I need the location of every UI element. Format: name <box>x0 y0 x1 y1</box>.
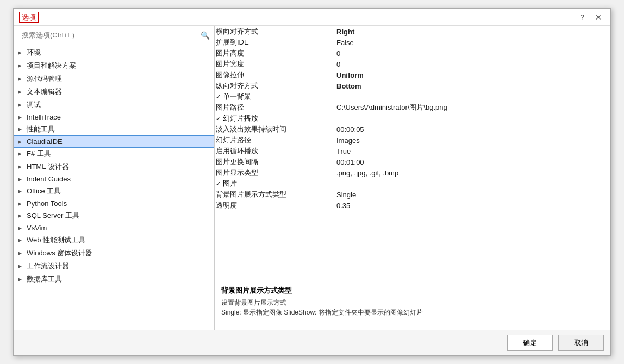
prop-name: 幻灯片路径 <box>216 135 335 145</box>
tree-item[interactable]: ▶工作流设计器 <box>14 260 214 273</box>
tree-item[interactable]: ▶ClaudiaIDE <box>14 136 214 147</box>
prop-value: False <box>336 37 447 47</box>
section-toggle[interactable]: ✓ <box>216 115 221 122</box>
prop-name: 纵向对齐方式 <box>216 81 335 91</box>
props-scroll-wrapper: 横向对齐方式Right扩展到IDEFalse图片高度0图片宽度0图像拉伸Unif… <box>215 26 610 281</box>
search-icon[interactable]: 🔍 <box>201 31 210 40</box>
tree-arrow: ▶ <box>18 201 27 206</box>
props-table: 横向对齐方式Right扩展到IDEFalse图片高度0图片宽度0图像拉伸Unif… <box>215 26 448 211</box>
prop-row: 幻灯片路径Images <box>216 135 447 145</box>
tree-arrow: ▶ <box>18 237 27 243</box>
prop-row: 图片更换间隔00:01:00 <box>216 157 447 167</box>
tree-item[interactable]: ▶F# 工具 <box>14 147 214 160</box>
confirm-button[interactable]: 确定 <box>507 335 553 351</box>
prop-name: 图片更换间隔 <box>216 157 335 167</box>
close-button[interactable]: ✕ <box>592 12 605 23</box>
tree-arrow: ▶ <box>18 76 27 81</box>
tree-item[interactable]: ▶IntelliTrace <box>14 111 214 123</box>
prop-row: 图片宽度0 <box>216 59 447 69</box>
prop-value: 00:01:00 <box>336 157 447 167</box>
tree-arrow: ▶ <box>18 50 27 55</box>
tree-arrow: ▶ <box>18 139 27 145</box>
prop-row: 图片路径C:\Users\Administrator\图片\bg.png <box>216 103 447 112</box>
tree-item[interactable]: ▶Indent Guides <box>14 173 214 185</box>
section-toggle[interactable]: ✓ <box>216 180 221 187</box>
desc-title: 背景图片展示方式类型 <box>221 286 604 296</box>
tree-item[interactable]: ▶源代码管理 <box>14 72 214 85</box>
prop-name: 图像拉伸 <box>216 70 335 80</box>
tree-arrow: ▶ <box>18 263 27 269</box>
tree-item[interactable]: ▶性能工具 <box>14 123 214 136</box>
description-area: 背景图片展示方式类型 设置背景图片展示方式 Single: 显示指定图像 Sli… <box>215 281 610 330</box>
search-input[interactable] <box>18 29 198 41</box>
section-header: ✓幻灯片播放 <box>216 114 447 123</box>
prop-value: True <box>336 146 447 156</box>
prop-name: 透明度 <box>216 200 335 210</box>
prop-row: 横向对齐方式Right <box>216 27 447 36</box>
prop-name: 横向对齐方式 <box>216 27 335 36</box>
help-button[interactable]: ? <box>577 12 588 23</box>
options-dialog: 选项 ? ✕ 🔍 ▶环境▶项目和解决方案▶源代码管理▶文本编辑器▶调试▶Inte… <box>13 8 611 356</box>
prop-value: C:\Users\Administrator\图片\bg.png <box>336 103 447 112</box>
tree-item[interactable]: ▶HTML 设计器 <box>14 160 214 173</box>
tree-item[interactable]: ▶调试 <box>14 98 214 111</box>
tree-arrow: ▶ <box>18 115 27 120</box>
prop-row: 图像拉伸Uniform <box>216 70 447 80</box>
prop-value: 0.35 <box>336 200 447 210</box>
title-actions: ? ✕ <box>577 12 605 23</box>
tree-arrow: ▶ <box>18 127 27 132</box>
tree-arrow: ▶ <box>18 250 27 256</box>
prop-row: 透明度0.35 <box>216 200 447 210</box>
left-panel: 🔍 ▶环境▶项目和解决方案▶源代码管理▶文本编辑器▶调试▶IntelliTrac… <box>14 26 215 330</box>
prop-row: 淡入淡出效果持续时间00:00:05 <box>216 124 447 134</box>
prop-row: 图片显示类型.png, .jpg, .gif, .bmp <box>216 168 447 178</box>
tree-item[interactable]: ▶文本编辑器 <box>14 85 214 98</box>
tree-arrow: ▶ <box>18 151 27 156</box>
right-wrapper: 横向对齐方式Right扩展到IDEFalse图片高度0图片宽度0图像拉伸Unif… <box>215 26 610 330</box>
prop-name: 图片显示类型 <box>216 168 335 178</box>
prop-value: .png, .jpg, .gif, .bmp <box>336 168 447 178</box>
search-bar: 🔍 <box>14 26 214 45</box>
tree-arrow: ▶ <box>18 225 27 231</box>
tree: ▶环境▶项目和解决方案▶源代码管理▶文本编辑器▶调试▶IntelliTrace▶… <box>14 45 214 330</box>
tree-item[interactable]: ▶VsVim <box>14 222 214 234</box>
prop-name: 图片路径 <box>216 103 335 112</box>
prop-name: 背景图片展示方式类型 <box>216 190 335 199</box>
prop-name: 启用循环播放 <box>216 146 335 156</box>
prop-value: Images <box>336 135 447 145</box>
tree-arrow: ▶ <box>18 63 27 68</box>
desc-text1: 设置背景图片展示方式 <box>221 298 604 307</box>
tree-item[interactable]: ▶SQL Server 工具 <box>14 209 214 222</box>
prop-name: 图片高度 <box>216 48 335 58</box>
tree-arrow: ▶ <box>18 177 27 182</box>
tree-items: ▶环境▶项目和解决方案▶源代码管理▶文本编辑器▶调试▶IntelliTrace▶… <box>14 46 214 286</box>
tree-item[interactable]: ▶数据库工具 <box>14 273 214 286</box>
cancel-button[interactable]: 取消 <box>558 335 604 351</box>
tree-item[interactable]: ▶Office 工具 <box>14 185 214 198</box>
tree-item[interactable]: ▶Web 性能测试工具 <box>14 234 214 247</box>
prop-value: Bottom <box>336 81 447 91</box>
footer: 确定 取消 <box>14 330 610 355</box>
tree-item[interactable]: ▶Windows 窗体设计器 <box>14 247 214 260</box>
prop-name: 扩展到IDE <box>216 37 335 47</box>
prop-row: 图片高度0 <box>216 48 447 58</box>
title-bar: 选项 ? ✕ <box>14 9 610 26</box>
tree-item[interactable]: ▶项目和解决方案 <box>14 59 214 72</box>
desc-text2: Single: 显示指定图像 SlideShow: 将指定文件夹中要显示的图像幻… <box>221 307 604 317</box>
tree-arrow: ▶ <box>18 189 27 194</box>
dialog-title: 选项 <box>19 12 39 23</box>
tree-item[interactable]: ▶环境 <box>14 46 214 59</box>
prop-row: 纵向对齐方式Bottom <box>216 81 447 91</box>
tree-arrow: ▶ <box>18 102 27 108</box>
prop-row: 背景图片展示方式类型Single <box>216 190 447 199</box>
prop-value: 0 <box>336 48 447 58</box>
section-toggle[interactable]: ✓ <box>216 93 221 101</box>
tree-item[interactable]: ▶Python Tools <box>14 198 214 209</box>
prop-value: Single <box>336 190 447 199</box>
main-content: 🔍 ▶环境▶项目和解决方案▶源代码管理▶文本编辑器▶调试▶IntelliTrac… <box>14 26 610 330</box>
section-header: ✓单一背景 <box>216 92 447 102</box>
prop-name: 图片宽度 <box>216 59 335 69</box>
prop-value: Right <box>336 27 447 36</box>
prop-row: 启用循环播放True <box>216 146 447 156</box>
prop-value: 0 <box>336 59 447 69</box>
